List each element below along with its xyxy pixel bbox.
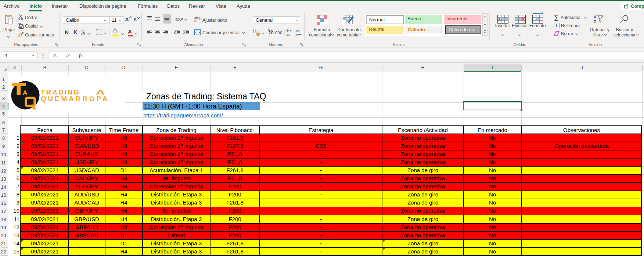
svg-text:ab: ab	[175, 17, 180, 21]
svg-text:A: A	[23, 90, 28, 96]
svg-text:Z: Z	[594, 19, 596, 24]
svg-text:A: A	[594, 15, 597, 19]
svg-text:,0: ,0	[295, 33, 298, 36]
svg-text:,00: ,00	[295, 29, 300, 33]
svg-text:,00: ,00	[286, 33, 291, 36]
svg-text:0: 0	[290, 29, 292, 33]
